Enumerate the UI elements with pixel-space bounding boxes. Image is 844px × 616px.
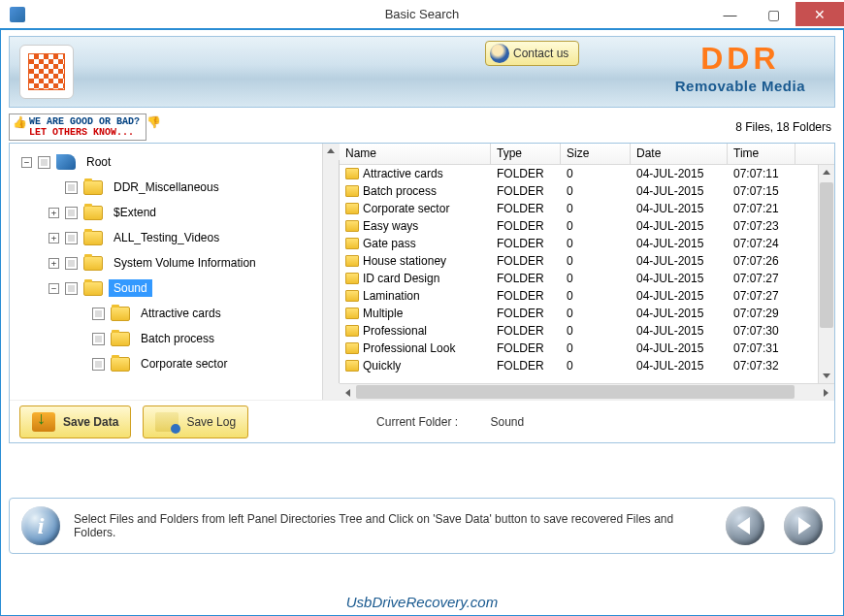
list-row[interactable]: Batch processFOLDER004-JUL-201507:07:15 — [340, 182, 818, 200]
collapse-icon[interactable]: − — [21, 157, 32, 168]
tree-checkbox[interactable] — [38, 156, 50, 169]
maximize-button[interactable]: ▢ — [752, 2, 795, 26]
tree-checkbox[interactable] — [65, 282, 78, 295]
titlebar: Basic Search — ▢ ✕ — [0, 0, 844, 29]
col-header-time[interactable]: Time — [728, 144, 795, 164]
scrollbar-track[interactable] — [356, 384, 818, 400]
tree-node[interactable]: Corporate sector — [14, 351, 322, 376]
save-data-button[interactable]: Save Data — [19, 405, 131, 438]
tree-node-label[interactable]: $Extend — [109, 204, 161, 221]
cell-date: 04-JUL-2015 — [631, 219, 728, 233]
close-button[interactable]: ✕ — [795, 2, 844, 26]
list-row[interactable]: House stationeyFOLDER004-JUL-201507:07:2… — [340, 252, 818, 270]
tree-checkbox[interactable] — [92, 333, 105, 345]
tree-node[interactable]: Attractive cards — [14, 301, 322, 326]
list-header[interactable]: Name Type Size Date Time — [340, 144, 834, 165]
folder-icon — [345, 290, 359, 302]
tree-vertical-scrollbar[interactable] — [322, 144, 339, 400]
tree-node-label[interactable]: ALL_Testing_Videos — [109, 229, 224, 246]
list-body-wrap: Attractive cardsFOLDER004-JUL-201507:07:… — [340, 165, 834, 383]
cell-name: Batch process — [363, 184, 437, 198]
col-header-name[interactable]: Name — [340, 144, 491, 164]
col-header-type[interactable]: Type — [491, 144, 561, 164]
feedback-line1: WE ARE GOOD OR BAD? — [29, 116, 140, 127]
tree-checkbox[interactable] — [92, 308, 105, 320]
tree-checkbox[interactable] — [65, 207, 78, 219]
tree-checkbox[interactable] — [65, 181, 78, 194]
cell-type: FOLDER — [491, 202, 561, 215]
directory-tree[interactable]: −RootDDR_Miscellaneous+$Extend+ALL_Testi… — [10, 144, 322, 400]
tree-node[interactable]: −Root — [14, 149, 322, 175]
contact-icon — [490, 44, 509, 63]
col-header-date[interactable]: Date — [631, 144, 728, 164]
tree-node[interactable]: +System Volume Information — [14, 250, 322, 276]
tree-pane: −RootDDR_Miscellaneous+$Extend+ALL_Testi… — [10, 144, 340, 400]
contact-us-button[interactable]: Contact us — [485, 41, 579, 66]
tree-checkbox[interactable] — [65, 257, 78, 270]
expand-icon[interactable]: + — [49, 233, 59, 243]
chevron-right-icon — [824, 389, 828, 397]
tree-node-label[interactable]: DDR_Miscellaneous — [109, 178, 224, 196]
file-count-label: 8 Files, 18 Folders — [735, 120, 835, 134]
collapse-icon[interactable]: − — [49, 283, 59, 294]
scroll-right-button[interactable] — [818, 384, 834, 400]
cell-name: Attractive cards — [363, 167, 443, 180]
scroll-left-button[interactable] — [340, 384, 356, 400]
folder-icon — [345, 185, 359, 197]
scroll-down-icon — [327, 390, 335, 395]
tree-node[interactable]: −Sound — [14, 276, 322, 301]
list-row[interactable]: LaminationFOLDER004-JUL-201507:07:27 — [340, 287, 818, 305]
tree-checkbox[interactable] — [92, 358, 105, 371]
tree-node[interactable]: Batch process — [14, 326, 322, 351]
tree-node-label[interactable]: System Volume Information — [109, 254, 261, 272]
list-row[interactable]: ID card DesignFOLDER004-JUL-201507:07:27 — [340, 270, 818, 287]
list-row[interactable]: QuicklyFOLDER004-JUL-201507:07:32 — [340, 357, 818, 374]
folder-icon — [345, 360, 359, 372]
cell-date: 04-JUL-2015 — [631, 307, 728, 320]
list-row[interactable]: MultipleFOLDER004-JUL-201507:07:29 — [340, 305, 818, 322]
cell-type: FOLDER — [491, 307, 561, 320]
folder-icon — [83, 256, 103, 271]
save-log-label: Save Log — [186, 415, 236, 429]
cell-type: FOLDER — [491, 184, 561, 198]
tree-node[interactable]: +ALL_Testing_Videos — [14, 225, 322, 250]
list-vertical-scrollbar[interactable] — [818, 165, 834, 383]
folder-icon — [345, 273, 359, 284]
list-row[interactable]: Professional LookFOLDER004-JUL-201507:07… — [340, 340, 818, 357]
save-data-icon — [32, 412, 55, 432]
info-icon: i — [21, 506, 60, 545]
folder-icon — [83, 206, 103, 220]
list-row[interactable]: Attractive cardsFOLDER004-JUL-201507:07:… — [340, 165, 818, 182]
list-row[interactable]: ProfessionalFOLDER004-JUL-201507:07:30 — [340, 322, 818, 340]
triangle-right-icon — [798, 517, 811, 535]
tree-node-label[interactable]: Corporate sector — [136, 355, 232, 373]
list-row[interactable]: Easy waysFOLDER004-JUL-201507:07:23 — [340, 217, 818, 235]
expand-icon[interactable]: + — [49, 208, 59, 218]
list-row[interactable]: Corporate sectorFOLDER004-JUL-201507:07:… — [340, 200, 818, 217]
list-horizontal-scrollbar[interactable] — [340, 383, 834, 400]
tree-node-label[interactable]: Root — [81, 153, 115, 171]
file-list[interactable]: Attractive cardsFOLDER004-JUL-201507:07:… — [340, 165, 818, 383]
feedback-badge[interactable]: WE ARE GOOD OR BAD? LET OTHERS KNOW... — [9, 113, 146, 141]
save-log-button[interactable]: Save Log — [143, 405, 248, 438]
cell-time: 07:07:26 — [728, 254, 795, 268]
cell-time: 07:07:32 — [728, 359, 795, 373]
col-header-size[interactable]: Size — [561, 144, 631, 164]
main-panel: −RootDDR_Miscellaneous+$Extend+ALL_Testi… — [9, 143, 835, 443]
next-button[interactable] — [784, 506, 823, 545]
tree-node[interactable]: DDR_Miscellaneous — [14, 175, 322, 200]
list-row[interactable]: Gate passFOLDER004-JUL-201507:07:24 — [340, 235, 818, 252]
previous-button[interactable] — [726, 506, 764, 545]
footer-link[interactable]: UsbDriveRecovery.com — [0, 594, 844, 610]
tree-node-label[interactable]: Sound — [109, 279, 152, 297]
scrollbar-thumb[interactable] — [356, 385, 795, 399]
cell-type: FOLDER — [491, 219, 561, 233]
scrollbar-thumb[interactable] — [820, 182, 833, 328]
window-frame: Contact us DDR Removable Media WE ARE GO… — [0, 29, 844, 616]
tree-node-label[interactable]: Batch process — [136, 330, 219, 347]
tree-node[interactable]: +$Extend — [14, 200, 322, 225]
tree-checkbox[interactable] — [65, 232, 78, 244]
minimize-button[interactable]: — — [708, 2, 752, 26]
tree-node-label[interactable]: Attractive cards — [136, 305, 226, 322]
expand-icon[interactable]: + — [49, 258, 59, 269]
